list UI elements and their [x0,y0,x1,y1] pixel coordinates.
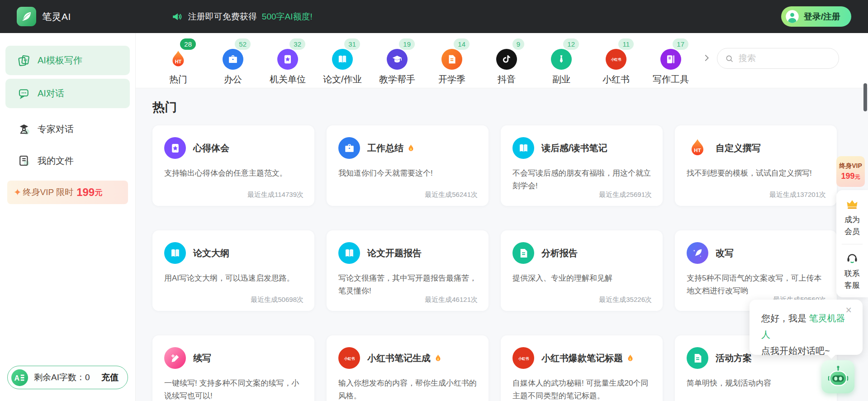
card-description: 支持5种不同语气的文案改写，可上传本地文档进行改写哟 [687,272,825,297]
app-logo-feather-icon [17,7,36,26]
card-description: 一键续写! 支持多种不同文案的续写，小说续写也可以! [164,377,303,401]
category-count-badge: 52 [235,38,251,50]
card-title: 论文大纲 [193,247,229,259]
topbar: 笔灵AI 注册即可免费获得 500字AI额度! 登录/注册 [0,0,868,33]
search-input[interactable] [739,53,831,63]
category-count-badge: 14 [454,38,470,50]
category-count-badge: 32 [289,38,305,50]
category-item[interactable]: 14开学季 [433,38,471,88]
card-title: 读后感/读书笔记 [541,142,607,154]
chevron-right-icon[interactable] [702,53,711,63]
expert-chat-icon [17,122,31,136]
category-bar: 28HT热门52办公32机关单位31论文/作业19教学帮手14开学季9抖音12副… [136,33,868,88]
card-description: 我知道你们今天就需要这个! [338,167,477,180]
category-count-badge: 17 [673,38,688,50]
card-star-icon [164,137,186,159]
template-card[interactable]: 续写一键续写! 支持多种不同文案的续写，小说续写也可以!最近生成 [152,335,314,401]
floating-side-widget: 成为会员 联系客服 [836,190,868,297]
brand-name: 笔灵AI [42,10,71,23]
recharge-button[interactable]: 充值 [101,372,119,383]
template-card[interactable]: 读后感/读书笔记不会写读后感的朋友有福啦，用这个就立刻学会!最近生成25691次 [501,125,663,206]
sidebar-item-label: AI对话 [38,87,64,100]
doc-lines-icon [687,347,708,369]
flame-ht-icon: HT [168,49,189,70]
template-card[interactable]: 分析报告提供深入、专业的理解和见解最近生成35226次 [501,230,663,311]
category-label: 热门 [169,73,187,86]
category-item[interactable]: 32机关单位 [269,38,307,88]
template-card[interactable]: 心得体会支持输出心得体会的任意主题范文。最近生成114739次 [152,125,314,206]
login-button[interactable]: 登录/注册 [781,6,851,27]
sidebar-item[interactable]: 我的文件 [5,150,130,172]
doc-lines-icon [441,49,462,70]
ai-credits-icon: A [11,369,28,386]
announcement-highlight: 500字AI额度! [262,11,313,23]
category-item[interactable]: 19教学帮手 [378,38,416,88]
category-item[interactable]: 9抖音 [488,38,526,88]
template-card[interactable]: 小红书小红书爆款笔记标题自媒体人的武功秘籍! 可批量生成20个同主题不同类型的笔… [501,335,663,401]
template-card[interactable]: 改写支持5种不同语气的文案改写，可上传本地文档进行改写哟最近生成59560次 [675,230,837,311]
card-title: 小红书爆款笔记标题 [541,352,635,364]
category-item[interactable]: 52办公 [214,38,252,88]
template-card[interactable]: 论文大纲用AI写论文大纲，可以迅速启发思路。最近生成50698次 [152,230,314,311]
category-item[interactable]: 11小红书小红书 [597,38,635,88]
card-star-icon [277,49,298,70]
headset-icon [845,251,859,265]
open-book-icon [512,137,534,159]
category-label: 抖音 [498,73,516,86]
briefcase-icon [223,49,243,70]
card-title: 自定义撰写 [716,142,761,154]
tiktok-icon [496,49,517,70]
book-pen-icon [660,49,681,70]
sidebar: AIAI模板写作AI对话专家对话我的文件 ✦ 终身VIP 限时 199 元 A … [0,33,136,401]
card-usage-stat: 最近生成35226次 [599,296,652,304]
card-description: 不会写读后感的朋友有福啦，用这个就立刻学会! [512,167,651,192]
category-label: 办公 [224,73,242,86]
pen-plus-icon [164,347,186,369]
become-member-button[interactable]: 成为会员 [843,197,861,237]
ai-template-icon: AI [17,54,31,67]
briefcase-icon [338,137,360,159]
card-description: 简单明快，规划活动内容 [687,377,825,390]
section-title: 热门 [152,99,868,115]
vip-badge-button[interactable]: 终身VIP 199元 [836,156,865,187]
card-usage-stat: 最近生成56241次 [425,191,478,199]
template-card[interactable]: 工作总结我知道你们今天就需要这个!最近生成56241次 [327,125,489,206]
card-description: 用AI写论文大纲，可以迅速启发思路。 [164,272,303,285]
ai-chat-icon [17,87,31,100]
card-title: 分析报告 [541,247,578,259]
category-item[interactable]: 12副业 [542,38,580,88]
robot-icon [825,364,851,390]
open-book-icon [338,242,360,264]
crown-icon [845,197,859,211]
svg-text:AI: AI [24,58,28,62]
category-count-badge: 9 [512,38,524,50]
template-card[interactable]: 小红书小红书笔记生成输入你想发布的内容，帮你生成小红书的风格。最近生成 [327,335,489,401]
sparkle-icon: ✦ [14,187,22,198]
svg-text:小红书: 小红书 [343,356,355,360]
close-icon[interactable]: × [846,305,852,315]
chatbot-robot-button[interactable] [821,360,854,393]
category-label: 机关单位 [270,73,306,86]
chat-bubble[interactable]: × 您好，我是 笔灵机器人 点我开始对话吧~ [749,300,863,355]
vip-promo-button[interactable]: ✦ 终身VIP 限时 199 元 [7,181,128,204]
ai-credits-bar: A 剩余AI字数：0 充值 [7,366,128,389]
template-card[interactable]: HT自定义撰写找不到想要的模板，试试自定义撰写!最近生成137201次 [675,125,837,206]
card-usage-stat: 最近生成137201次 [769,191,826,199]
category-item[interactable]: 31论文/作业 [323,38,361,88]
announcement: 注册即可免费获得 500字AI额度! [171,11,313,23]
svg-text:小红书: 小红书 [611,57,621,62]
sidebar-item[interactable]: 专家对话 [5,118,130,140]
card-title: 工作总结 [367,142,415,154]
category-item[interactable]: 28HT热门 [159,38,197,88]
template-card[interactable]: 论文开题报告写论文很痛苦，其中写开题报告最痛苦，笔灵懂你!最近生成46121次 [327,230,489,311]
contact-support-button[interactable]: 联系客服 [843,251,861,291]
category-label: 开学季 [438,73,465,86]
card-description: 输入你想发布的内容，帮你生成小红书的风格。 [338,377,477,401]
category-count-badge: 28 [180,38,196,50]
category-count-badge: 31 [344,38,360,50]
sidebar-item[interactable]: AIAI模板写作 [5,46,130,75]
category-item[interactable]: 17写作工具 [652,38,690,88]
svg-text:HT: HT [175,59,182,64]
scrollbar-thumb[interactable] [863,83,867,111]
sidebar-item[interactable]: AI对话 [5,79,130,108]
